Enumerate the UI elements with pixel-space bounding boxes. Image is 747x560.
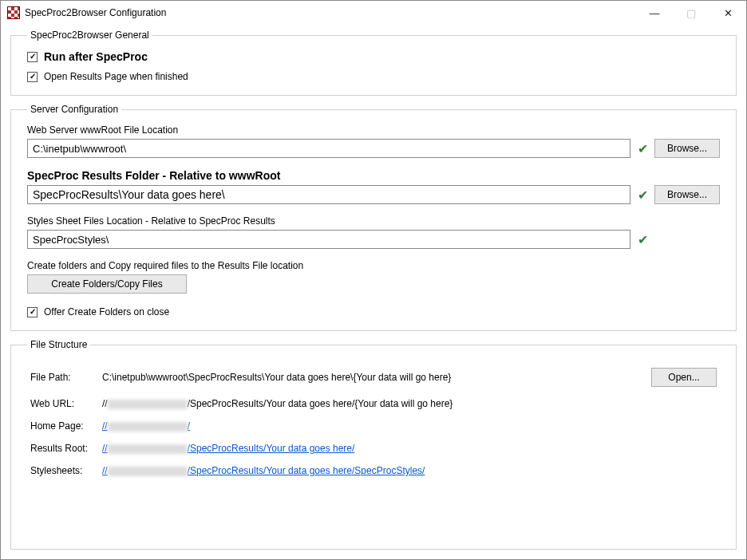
- open-button[interactable]: Open...: [651, 368, 717, 387]
- create-folders-button[interactable]: Create Folders/Copy Files: [27, 274, 187, 294]
- resultsroot-label: Results Root:: [30, 443, 102, 454]
- results-folder-label: SpecProc Results Folder - Relative to ww…: [27, 169, 720, 182]
- browse-webroot-button[interactable]: Browse...: [654, 139, 720, 158]
- resultsroot-link[interactable]: ///SpecProcResults/Your data goes here/: [102, 443, 651, 454]
- check-icon: ✔: [635, 187, 650, 203]
- filepath-label: File Path:: [30, 372, 102, 383]
- create-folders-label: Create folders and Copy required files t…: [27, 260, 720, 271]
- open-results-checkbox[interactable]: [27, 72, 38, 82]
- app-icon: [7, 6, 20, 19]
- webroot-input[interactable]: [27, 139, 630, 158]
- check-icon: ✔: [635, 141, 650, 156]
- stylesheets-link[interactable]: ///SpecProcResults/Your data goes here/S…: [102, 465, 651, 476]
- window-title: SpecProc2Browser Configuration: [25, 7, 636, 18]
- titlebar: SpecProc2Browser Configuration — ▢ ✕: [1, 1, 746, 25]
- filepath-value: C:\inetpub\wwwroot\SpecProcResults\Your …: [102, 372, 651, 383]
- run-after-label: Run after SpecProc: [44, 50, 148, 63]
- open-results-label: Open Results Page when finished: [44, 71, 188, 82]
- weburl-label: Web URL:: [30, 398, 102, 409]
- close-button[interactable]: ✕: [709, 1, 746, 25]
- offer-create-label: Offer Create Folders on close: [44, 306, 169, 317]
- general-legend: SpecProc2Browser General: [27, 30, 152, 41]
- minimize-button[interactable]: —: [636, 1, 673, 25]
- homepage-link[interactable]: ///: [102, 420, 651, 432]
- server-group: Server Configuration Web Server wwwRoot …: [10, 104, 737, 331]
- styles-input[interactable]: [27, 230, 630, 249]
- general-group: SpecProc2Browser General Run after SpecP…: [10, 30, 737, 96]
- stylesheets-label: Stylesheets:: [30, 465, 102, 476]
- maximize-button[interactable]: ▢: [673, 1, 709, 25]
- results-folder-input[interactable]: [27, 185, 630, 204]
- run-after-checkbox[interactable]: [27, 52, 38, 62]
- check-icon: ✔: [635, 232, 650, 247]
- server-legend: Server Configuration: [27, 104, 121, 115]
- homepage-label: Home Page:: [30, 420, 102, 432]
- styles-label: Styles Sheet Files Location - Relative t…: [27, 215, 720, 227]
- weburl-value: ///SpecProcResults/Your data goes here/{…: [102, 398, 651, 409]
- webroot-label: Web Server wwwRoot File Location: [27, 124, 720, 136]
- browse-results-button[interactable]: Browse...: [654, 185, 720, 204]
- offer-create-checkbox[interactable]: [27, 307, 38, 317]
- file-structure-group: File Structure File Path: C:\inetpub\www…: [10, 339, 737, 550]
- file-structure-legend: File Structure: [27, 339, 90, 350]
